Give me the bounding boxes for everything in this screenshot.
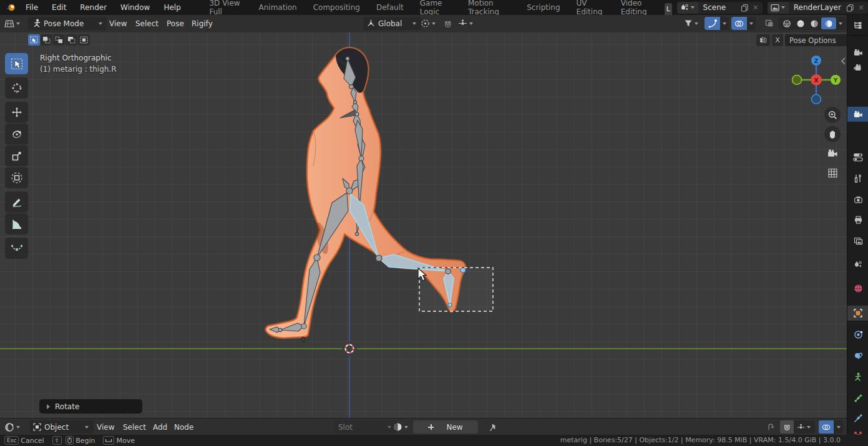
overlays-toggle[interactable] (731, 17, 747, 30)
pan-hand-button[interactable] (824, 126, 841, 142)
select-mode-tweak[interactable] (28, 34, 40, 46)
scene-selector[interactable]: Scene × (677, 2, 763, 14)
editor-type-selector[interactable] (4, 17, 26, 30)
node-overlays-dropdown[interactable] (834, 420, 843, 434)
toggle-ortho-button[interactable] (824, 165, 841, 181)
select-mode-intersect[interactable] (78, 34, 90, 46)
shader-type-dropdown[interactable]: Object (30, 420, 94, 434)
workspace-tab-partial[interactable]: L (665, 3, 672, 15)
snap-toggle[interactable] (441, 17, 454, 30)
select-mode-subtract[interactable] (66, 34, 77, 46)
select-mode-extend[interactable] (53, 34, 65, 46)
pivot-point-dropdown[interactable] (417, 17, 440, 30)
bone-constraint-properties-icon[interactable] (847, 410, 868, 425)
node-snap-with-dropdown[interactable] (794, 420, 815, 434)
workspace-tab-uv-editing[interactable]: UV Editing (568, 0, 613, 16)
menu-window[interactable]: Window (114, 3, 157, 12)
menu-edit[interactable]: Edit (45, 3, 73, 12)
menu-view[interactable]: View (105, 17, 131, 30)
camera-view-button[interactable] (824, 145, 841, 162)
tool-measure[interactable] (5, 213, 28, 235)
workspace-tab-scripting[interactable]: Scripting (519, 3, 568, 12)
constraint-properties-icon[interactable] (847, 327, 868, 342)
redo-panel[interactable]: Rotate (39, 399, 142, 414)
transform-orientation-dropdown[interactable]: Global (364, 17, 421, 30)
tool-scale[interactable] (5, 145, 28, 167)
outliner-icon[interactable] (847, 17, 868, 32)
gizmos-toggle[interactable] (705, 17, 720, 30)
render-result-icon[interactable] (847, 45, 868, 60)
xray-toggle[interactable] (763, 17, 776, 30)
node-snap-toggle[interactable] (780, 420, 794, 434)
material-datablock-icon[interactable] (391, 420, 411, 434)
scene-canvas[interactable] (0, 32, 847, 418)
blender-logo-icon[interactable] (5, 2, 16, 12)
viewport-3d[interactable]: Right Orthographic (1) metarig : thigh.R (0, 32, 847, 418)
menu-pose[interactable]: Pose (162, 17, 188, 30)
workspace-tab-compositing[interactable]: Compositing (305, 3, 368, 12)
workspace-tab-game-logic[interactable]: Game Logic (412, 0, 460, 16)
mirror-x-icon[interactable] (756, 34, 770, 46)
tool-rotate[interactable] (5, 124, 28, 145)
zoom-button[interactable] (824, 107, 841, 123)
pose-options-dropdown[interactable]: Pose Options (785, 34, 857, 46)
shading-material-button[interactable] (807, 19, 821, 28)
workspace-tab-motion-tracking[interactable]: Motion Tracking (460, 0, 519, 16)
tool-select-box[interactable] (5, 53, 28, 74)
editor-type-selector-shader[interactable] (4, 420, 27, 434)
node-menu-view[interactable]: View (92, 420, 119, 434)
armature-data-icon[interactable] (847, 369, 868, 384)
mode-dropdown[interactable]: Pose Mode (28, 17, 107, 30)
overlays-dropdown[interactable] (747, 17, 756, 30)
render-properties-icon[interactable] (847, 192, 868, 207)
select-mode-new[interactable] (41, 34, 52, 46)
bone-properties-icon[interactable] (847, 390, 868, 405)
unlink-icon[interactable]: × (854, 3, 868, 12)
render-layer-selector[interactable]: RenderLayer × (768, 2, 868, 14)
active-camera-tab-icon[interactable] (847, 107, 868, 122)
editor-toggles-icon[interactable] (847, 150, 868, 165)
menu-file[interactable]: File (19, 3, 45, 12)
copy-icon[interactable] (846, 4, 854, 12)
world-properties-icon[interactable] (847, 281, 868, 296)
navigation-gizmo[interactable]: Z Y X (792, 56, 841, 104)
tool-properties-icon[interactable] (847, 171, 868, 186)
menu-select[interactable]: Select (131, 17, 163, 30)
scene-properties-icon[interactable] (847, 257, 868, 272)
output-properties-icon[interactable] (847, 212, 868, 227)
shading-wireframe-button[interactable] (780, 19, 794, 28)
physics-properties-icon[interactable] (847, 348, 868, 363)
workspace-tab-3d-view-full[interactable]: 3D View Full (201, 0, 250, 16)
view-layer-properties-icon[interactable] (847, 233, 868, 248)
render-animation-icon[interactable] (847, 60, 868, 75)
menu-rigify[interactable]: Rigify (187, 17, 217, 30)
node-menu-add[interactable]: Add (149, 420, 172, 434)
sidebar-collapse-arrow[interactable] (841, 57, 846, 65)
object-properties-icon[interactable] (847, 306, 868, 321)
workspace-tab-video-editing[interactable]: Video Editing (613, 0, 665, 16)
node-menu-node[interactable]: Node (170, 420, 198, 434)
menu-render[interactable]: Render (73, 3, 114, 12)
menu-help[interactable]: Help (157, 3, 187, 12)
unlink-icon[interactable]: × (749, 3, 763, 12)
shading-rendered-button[interactable] (821, 17, 836, 29)
node-insert-offset-toggle[interactable] (764, 420, 778, 434)
gizmo-axis-y-neg[interactable] (792, 75, 802, 85)
tool-annotate[interactable] (5, 191, 28, 213)
visibility-filter-dropdown[interactable] (681, 17, 703, 30)
shading-solid-button[interactable] (794, 19, 807, 28)
copy-icon[interactable] (741, 4, 749, 12)
box-select-region[interactable] (419, 268, 493, 311)
node-menu-select[interactable]: Select (119, 420, 150, 434)
tool-transform[interactable] (5, 167, 28, 188)
snap-with-dropdown[interactable] (455, 17, 477, 30)
mirror-axis-x-button[interactable]: X (772, 34, 783, 46)
tool-move[interactable] (5, 102, 28, 123)
render-layer-icon[interactable] (768, 2, 789, 14)
gizmo-axis-z-neg[interactable] (812, 95, 821, 104)
node-overlays-toggle[interactable] (819, 420, 834, 434)
workspace-tab-animation[interactable]: Animation (251, 3, 305, 12)
new-material-button[interactable]: New (413, 420, 478, 434)
scene-datablock-icon[interactable] (677, 2, 698, 14)
tool-pose-breakdowner[interactable] (5, 238, 28, 259)
